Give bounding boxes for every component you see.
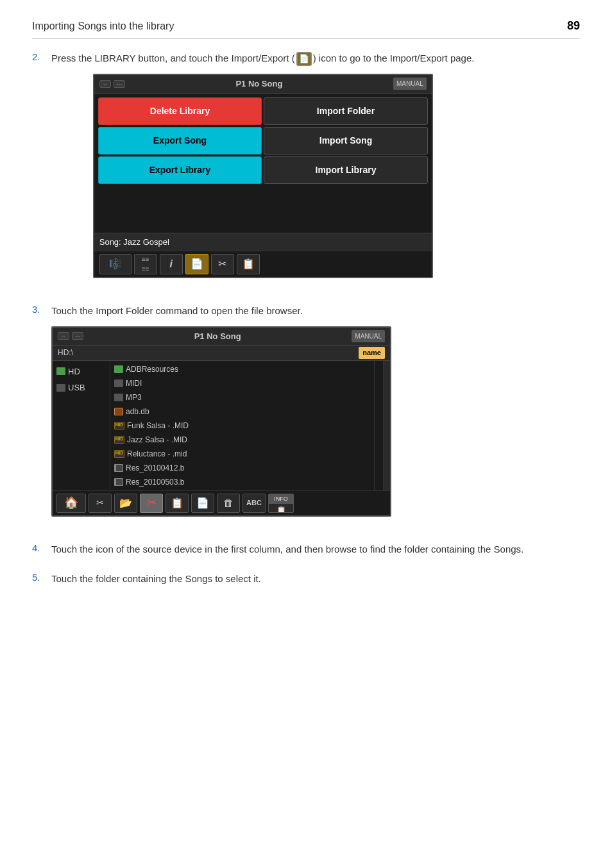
file-midi[interactable]: MIDI <box>110 376 374 390</box>
fb-third-column <box>375 361 384 490</box>
screen-1-dots: -- --- <box>99 80 125 88</box>
folder-green-icon <box>114 365 123 373</box>
import-export-icon: 📄 <box>296 52 312 66</box>
document-icon[interactable]: 📋 <box>237 254 260 274</box>
fb-info-box[interactable]: INFO 📋 <box>268 494 294 513</box>
file-res-2-label: Res_20100503.b <box>126 476 184 488</box>
export-song-btn[interactable]: Export Song <box>98 127 262 154</box>
file-adbresources-label: ADBResources <box>126 363 178 375</box>
screen-1-header: -- --- P1 No Song MANUAL <box>94 75 432 94</box>
fb-bottom-toolbar: 🏠 ✂ 📂 ✂ 📋 📄 🗑 ABC INFO 📋 <box>53 490 390 515</box>
screen-1-bottom-icons: 🎼 ≡≡≡≡ i 📄 ✂ 📋 <box>94 251 432 277</box>
delete-library-btn[interactable]: Delete Library <box>98 97 262 125</box>
fb-copy-icon[interactable]: 📋 <box>166 494 189 513</box>
file-jazz-salsa-label: Jazz Salsa - .MID <box>127 434 187 446</box>
fb-files-column: ADBResources MIDI MP3 adb.db <box>110 361 375 490</box>
fb-devices-column: HD USB <box>53 361 110 490</box>
hd-label: HD <box>68 365 80 378</box>
file-midi-label: MIDI <box>126 378 142 389</box>
file-res-1[interactable]: Res_20100412.b <box>110 461 374 475</box>
folder-midi-icon <box>114 380 123 387</box>
screen-2-dots: -- --- <box>58 332 83 340</box>
page-number: 89 <box>567 19 580 33</box>
step-5-number: 5. <box>32 572 45 587</box>
file-adb-label: adb.db <box>126 406 149 417</box>
screen-1-manual: MANUAL <box>393 78 427 90</box>
screen-dot-2: --- <box>114 80 125 88</box>
file-funk-salsa-label: Funk Salsa - .MID <box>127 420 189 431</box>
import-folder-btn[interactable]: Import Folder <box>264 97 428 125</box>
screen-2-manual: MANUAL <box>352 330 385 342</box>
file-res-2[interactable]: Res_20100503.b <box>110 475 374 489</box>
screen-1-title: P1 No Song <box>235 78 282 90</box>
file-jazz-salsa[interactable]: MID Jazz Salsa - .MID <box>110 433 374 447</box>
folder-mp3-icon <box>114 394 123 401</box>
screen-1-empty <box>94 188 432 233</box>
db-file-icon <box>114 408 123 415</box>
usb-label: USB <box>68 381 85 394</box>
fb-info-top-label: INFO <box>269 494 293 505</box>
file-res-1-label: Res_20100412.b <box>126 462 184 474</box>
file-reluctance[interactable]: MID Reluctance - .mid <box>110 447 374 461</box>
fb-paste-icon[interactable]: 📄 <box>191 494 214 513</box>
fb-name-button[interactable]: name <box>359 347 385 359</box>
step-3-text: Touch the Import Folder command to open … <box>51 304 391 527</box>
fb-scissors-icon[interactable]: ✂ <box>89 494 112 513</box>
fb-content: HD USB ADBResources MIDI <box>53 361 390 490</box>
import-song-btn[interactable]: Import Song <box>264 127 428 154</box>
fb-delete-icon[interactable]: 🗑 <box>217 494 240 513</box>
fb-scrollbar[interactable] <box>384 361 390 490</box>
file-funk-salsa[interactable]: MID Funk Salsa - .MID <box>110 419 374 433</box>
fb-home-icon[interactable]: 🏠 <box>56 494 86 513</box>
step-2-number: 2. <box>32 51 45 288</box>
res-1-icon <box>114 464 123 472</box>
screen-2-title: P1 No Song <box>194 330 241 343</box>
fb-path-bar: HD:\ name <box>53 346 390 361</box>
scissors-icon[interactable]: ✂ <box>211 254 234 274</box>
fb-new-folder-icon[interactable]: 📂 <box>114 494 137 513</box>
file-mp3[interactable]: MP3 <box>110 390 374 405</box>
step-2-text: Press the LIBRARY button, and touch the … <box>51 51 474 288</box>
fb-info-bottom-icon: 📋 <box>269 504 293 513</box>
step-3: 3. Touch the Import Folder command to op… <box>32 304 580 527</box>
step-5: 5. Touch the folder containing the Songs… <box>32 572 580 587</box>
ie-button-grid: Delete Library Import Folder Export Song… <box>94 94 432 188</box>
step-3-number: 3. <box>32 304 45 527</box>
fb-device-hd[interactable]: HD <box>53 363 110 380</box>
list-icon: ≡≡≡≡ <box>134 254 157 274</box>
page-header: Importing Songs into the library 89 <box>32 19 580 38</box>
import-library-btn[interactable]: Import Library <box>264 156 428 184</box>
fb-device-usb[interactable]: USB <box>53 380 110 396</box>
file-adb[interactable]: adb.db <box>110 405 374 419</box>
usb-device-icon <box>56 384 65 392</box>
step-4-number: 4. <box>32 542 45 557</box>
device-screen-2: -- --- P1 No Song MANUAL HD:\ name HD <box>51 326 391 517</box>
mid-jazz-icon: MID <box>114 436 124 444</box>
step-4: 4. Touch the icon of the source device i… <box>32 542 580 557</box>
res-2-icon <box>114 478 123 486</box>
page-title: Importing Songs into the library <box>32 21 174 32</box>
file-adbresources[interactable]: ADBResources <box>110 362 374 376</box>
info-icon[interactable]: i <box>160 254 183 274</box>
mid-funk-icon: MID <box>114 422 124 430</box>
file-reluctance-label: Reluctance - .mid <box>127 448 187 460</box>
import-export-btn-icon[interactable]: 📄 <box>185 254 208 274</box>
export-library-btn[interactable]: Export Library <box>98 156 262 184</box>
device-screen-1: -- --- P1 No Song MANUAL Delete Library … <box>93 74 433 278</box>
screen-1-song-label: Song: Jazz Gospel <box>94 233 432 251</box>
step-4-text: Touch the icon of the source device in t… <box>51 542 523 557</box>
hd-device-icon <box>56 367 65 375</box>
fb-abc-icon[interactable]: ABC <box>242 494 266 513</box>
mid-reluctance-icon: MID <box>114 450 124 458</box>
step-5-text: Touch the folder containing the Songs to… <box>51 572 261 587</box>
screen-2-dot-2: --- <box>72 332 83 340</box>
screen-2-header: -- --- P1 No Song MANUAL <box>53 328 390 346</box>
library-icon[interactable]: 🎼 <box>99 254 132 274</box>
screen-2-dot-1: -- <box>58 332 69 340</box>
file-mp3-label: MP3 <box>126 392 142 403</box>
screen-dot-1: -- <box>99 80 111 88</box>
step-2: 2. Press the LIBRARY button, and touch t… <box>32 51 580 288</box>
fb-path-text: HD:\ <box>58 347 73 358</box>
fb-cut-icon[interactable]: ✂ <box>140 494 163 513</box>
